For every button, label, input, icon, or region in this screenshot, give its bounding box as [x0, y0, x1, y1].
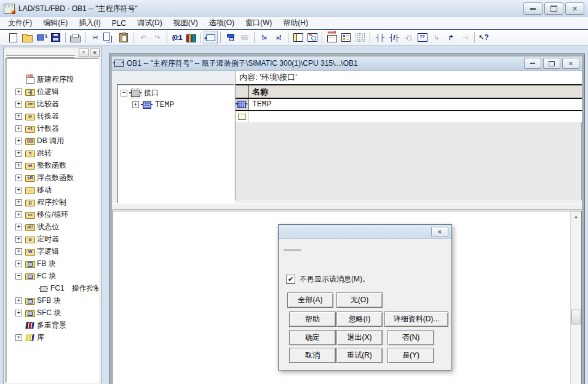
new-file-button[interactable]: [6, 31, 20, 44]
expand-icon[interactable]: +: [15, 224, 22, 230]
sidebar-item-program-control[interactable]: +程序控制: [6, 196, 98, 208]
expand-icon[interactable]: +: [15, 187, 22, 194]
minimize-button[interactable]: [523, 2, 542, 15]
palette-close-button[interactable]: ✕: [90, 49, 100, 57]
scroll-up-button[interactable]: ▲: [571, 211, 581, 221]
maximize-button[interactable]: [544, 2, 563, 15]
expand-icon[interactable]: +: [15, 211, 22, 218]
open-online-button[interactable]: [34, 31, 49, 44]
expand-icon[interactable]: +: [15, 150, 22, 157]
horizontal-splitter[interactable]: [112, 203, 582, 210]
copy-button[interactable]: [102, 31, 116, 44]
expand-icon[interactable]: +: [15, 297, 22, 304]
vertical-scrollbar[interactable]: ▲: [570, 211, 581, 384]
palette-dropdown-button[interactable]: ▼: [79, 49, 89, 57]
contact-nc-button[interactable]: ┤/├: [387, 31, 401, 44]
menu-insert[interactable]: 插入(I): [73, 17, 106, 29]
menu-view[interactable]: 视图(V): [168, 17, 204, 29]
sidebar-item-sfc-blocks[interactable]: +SFC 块: [6, 307, 98, 319]
dialog-close-button[interactable]: ✕: [431, 227, 448, 237]
close-button[interactable]: ✕: [565, 2, 584, 15]
dont-show-again-checkbox[interactable]: ✔: [286, 275, 295, 284]
collapse-icon[interactable]: −: [121, 90, 127, 96]
sidebar-item-converter[interactable]: +转换器: [6, 110, 98, 122]
menu-window[interactable]: 窗口(W): [240, 17, 277, 29]
menu-edit[interactable]: 编辑(E): [38, 17, 73, 29]
none-button[interactable]: 无(O): [336, 292, 383, 308]
editor-restore-button[interactable]: [543, 58, 560, 69]
sidebar-item-status-bits[interactable]: +状态位: [6, 221, 98, 233]
sidebar-item-bit-logic[interactable]: +位逻辑: [6, 85, 98, 98]
sidebar-item-integer-functions[interactable]: +整数函数: [6, 159, 98, 171]
overview-toggle-button[interactable]: [291, 31, 305, 44]
sidebar-item-jump[interactable]: +跳转: [6, 147, 98, 159]
print-button[interactable]: [68, 31, 82, 44]
goto-next-error-button[interactable]: »!: [271, 31, 285, 44]
paste-button[interactable]: [116, 31, 130, 44]
expand-icon[interactable]: +: [15, 101, 22, 108]
expand-icon[interactable]: +: [132, 101, 139, 108]
sidebar-item-move[interactable]: +移动: [6, 184, 98, 196]
all-button[interactable]: 全部(A): [287, 292, 333, 308]
cancel-button[interactable]: 取消: [289, 348, 336, 363]
save-button[interactable]: [49, 31, 63, 44]
expand-icon[interactable]: +: [15, 113, 22, 120]
retry-button[interactable]: 重试(R): [336, 348, 383, 363]
new-network-button[interactable]: [325, 31, 339, 44]
sidebar-item-new-network-segment[interactable]: 新建程序段: [6, 73, 98, 85]
expand-icon[interactable]: +: [15, 162, 22, 169]
symbol-display-button[interactable]: [223, 31, 237, 44]
expand-icon[interactable]: +: [15, 334, 22, 341]
empty-box-button[interactable]: [415, 31, 429, 44]
interface-root-row[interactable]: − 接口: [117, 87, 234, 99]
menu-help[interactable]: 帮助(H): [277, 17, 314, 29]
editor-minimize-button[interactable]: [524, 58, 541, 69]
sidebar-item-libraries[interactable]: +库: [6, 331, 98, 343]
table-empty-row[interactable]: [236, 111, 582, 122]
cut-button[interactable]: ✂: [88, 31, 102, 44]
sidebar-item-fc-blocks[interactable]: −FC 块: [6, 270, 98, 282]
collapse-icon[interactable]: −: [15, 273, 22, 280]
open-file-button[interactable]: [20, 31, 34, 44]
menu-options[interactable]: 选项(O): [204, 17, 240, 29]
goto-prev-error-button[interactable]: !«: [257, 31, 271, 44]
contact-no-button[interactable]: ┤├: [373, 31, 387, 44]
menu-debug[interactable]: 调试(D): [132, 17, 168, 29]
table-row[interactable]: TEMP: [236, 99, 582, 111]
expand-icon[interactable]: +: [15, 261, 22, 267]
help-select-button[interactable]: [477, 31, 491, 44]
expand-icon[interactable]: +: [15, 248, 22, 255]
sidebar-item-sfb-blocks[interactable]: +SFB 块: [6, 294, 98, 307]
address-status-button[interactable]: (0:1: [170, 31, 184, 44]
comment-toggle-button[interactable]: [204, 31, 218, 44]
detail-view-button[interactable]: [305, 31, 319, 44]
sidebar-item-counter[interactable]: +计数器: [6, 122, 98, 135]
sidebar-item-comparator[interactable]: +比较器: [6, 98, 98, 110]
expand-icon[interactable]: +: [15, 174, 22, 181]
interface-temp-row[interactable]: + TEMP: [117, 99, 234, 111]
editor-close-button[interactable]: ✕: [562, 58, 579, 69]
palette-grip[interactable]: [6, 50, 75, 56]
sidebar-item-fc1[interactable]: FC1操作控制: [6, 282, 98, 294]
sidebar-item-word-logic[interactable]: +字逻辑: [6, 245, 98, 257]
close-branch-button[interactable]: ↱: [443, 31, 458, 44]
details-button[interactable]: 详细资料(D)...: [384, 312, 448, 327]
expand-icon[interactable]: +: [15, 125, 22, 132]
sidebar-item-multi-instance[interactable]: 多重背景: [6, 319, 98, 331]
expand-icon[interactable]: +: [15, 236, 22, 243]
sidebar-item-fb-blocks[interactable]: +FB 块: [6, 257, 98, 270]
ignore-button[interactable]: 忽略(I): [336, 312, 383, 327]
help-button[interactable]: 帮助: [289, 312, 336, 327]
scrollbar-thumb[interactable]: [571, 310, 581, 324]
menu-file[interactable]: 文件(F): [2, 17, 38, 29]
expand-icon[interactable]: +: [15, 310, 22, 316]
exit-button[interactable]: 退出(X): [336, 330, 383, 345]
ok-button[interactable]: 确定: [289, 330, 336, 345]
expand-icon[interactable]: +: [15, 199, 22, 206]
sidebar-item-timers[interactable]: +定时器: [6, 233, 98, 245]
expand-icon[interactable]: +: [15, 88, 22, 95]
menu-plc[interactable]: PLC: [106, 18, 132, 29]
no-button[interactable]: 否(N): [387, 330, 434, 345]
program-elements-button[interactable]: [339, 31, 353, 44]
expand-icon[interactable]: +: [15, 138, 22, 144]
